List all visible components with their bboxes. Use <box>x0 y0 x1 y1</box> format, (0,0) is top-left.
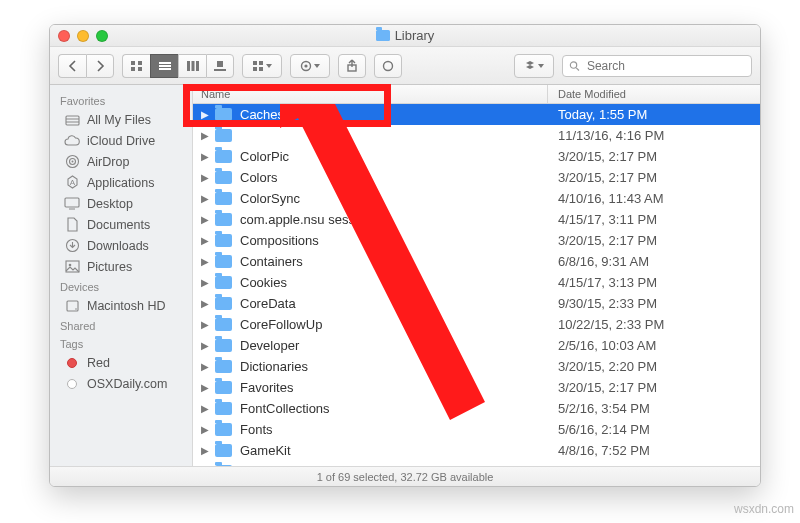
table-row[interactable]: ▶11/13/16, 4:16 PM <box>193 125 760 146</box>
sidebar-item[interactable]: All My Files <box>50 109 192 130</box>
sidebar-item[interactable]: Red <box>50 352 192 373</box>
search-icon <box>569 60 580 72</box>
sidebar-item[interactable]: Downloads <box>50 235 192 256</box>
tags-button[interactable] <box>374 54 402 78</box>
disclosure-triangle-icon[interactable]: ▶ <box>201 341 209 351</box>
search-input[interactable] <box>585 58 745 74</box>
sidebar-item[interactable]: AApplications <box>50 172 192 193</box>
svg-point-17 <box>304 64 307 67</box>
sidebar-item[interactable]: OSXDaily.com <box>50 373 192 394</box>
disclosure-triangle-icon[interactable]: ▶ <box>201 404 209 414</box>
table-row[interactable]: ▶FontCollections5/2/16, 3:54 PM <box>193 398 760 419</box>
search-field[interactable] <box>562 55 752 77</box>
table-row[interactable]: ▶Colors3/20/15, 2:17 PM <box>193 167 760 188</box>
disclosure-triangle-icon[interactable]: ▶ <box>201 110 209 120</box>
dropbox-button[interactable] <box>514 54 554 78</box>
svg-rect-12 <box>253 61 257 65</box>
folder-icon <box>215 234 232 247</box>
tag-empty-icon <box>64 379 80 389</box>
folder-icon <box>215 213 232 226</box>
file-list[interactable]: ▶CachesToday, 1:55 PM▶11/13/16, 4:16 PM▶… <box>193 104 760 466</box>
svg-rect-13 <box>253 67 257 71</box>
column-date[interactable]: Date Modified <box>548 85 760 103</box>
sidebar-item[interactable]: Desktop <box>50 193 192 214</box>
cell-name: ▶GameKit <box>193 443 548 458</box>
disclosure-triangle-icon[interactable]: ▶ <box>201 299 209 309</box>
item-name: CoreFollowUp <box>240 317 322 332</box>
disclosure-triangle-icon[interactable]: ▶ <box>201 425 209 435</box>
disclosure-triangle-icon[interactable]: ▶ <box>201 131 209 141</box>
disclosure-triangle-icon[interactable]: ▶ <box>201 173 209 183</box>
cell-name: ▶Caches <box>193 107 548 122</box>
sidebar-item[interactable]: Macintosh HD <box>50 295 192 316</box>
svg-rect-29 <box>65 198 79 207</box>
item-name: Fonts <box>240 422 273 437</box>
table-row[interactable]: ▶ColorPic3/20/15, 2:17 PM <box>193 146 760 167</box>
disclosure-triangle-icon[interactable]: ▶ <box>201 383 209 393</box>
svg-point-33 <box>68 264 71 267</box>
cell-date: 11/13/16, 4:16 PM <box>548 128 760 143</box>
sidebar-item-label: Desktop <box>87 197 133 211</box>
cell-date: 10/22/15, 2:33 PM <box>548 317 760 332</box>
cell-name: ▶CoreFollowUp <box>193 317 548 332</box>
action-button[interactable] <box>290 54 330 78</box>
table-row[interactable]: ▶Favorites3/20/15, 2:17 PM <box>193 377 760 398</box>
table-row[interactable]: ▶Containers6/8/16, 9:31 AM <box>193 251 760 272</box>
sidebar-item[interactable]: iCloud Drive <box>50 130 192 151</box>
view-icons-button[interactable] <box>122 54 150 78</box>
disclosure-triangle-icon[interactable]: ▶ <box>201 278 209 288</box>
sidebar-item-label: Downloads <box>87 239 149 253</box>
svg-point-19 <box>384 61 393 70</box>
svg-rect-11 <box>214 69 226 71</box>
desktop-icon <box>64 197 80 210</box>
apps-icon: A <box>64 175 80 190</box>
sidebar-item[interactable]: Documents <box>50 214 192 235</box>
view-list-button[interactable] <box>150 54 178 78</box>
table-row[interactable]: ▶Developer2/5/16, 10:03 AM <box>193 335 760 356</box>
table-row[interactable]: ▶Cookies4/15/17, 3:13 PM <box>193 272 760 293</box>
disclosure-triangle-icon[interactable]: ▶ <box>201 236 209 246</box>
view-columns-button[interactable] <box>178 54 206 78</box>
table-row[interactable]: ▶CoreFollowUp10/22/15, 2:33 PM <box>193 314 760 335</box>
folder-icon <box>215 171 232 184</box>
sidebar-item[interactable]: AirDrop <box>50 151 192 172</box>
sidebar-group-title: Devices <box>50 277 192 295</box>
table-row[interactable]: ▶ColorSync4/10/16, 11:43 AM <box>193 188 760 209</box>
cell-name: ▶Developer <box>193 338 548 353</box>
disclosure-triangle-icon[interactable]: ▶ <box>201 446 209 456</box>
cell-date: 2/5/16, 10:03 AM <box>548 338 760 353</box>
table-row[interactable]: ▶Fonts5/6/16, 2:14 PM <box>193 419 760 440</box>
disclosure-triangle-icon[interactable]: ▶ <box>201 152 209 162</box>
table-row[interactable]: ▶CachesToday, 1:55 PM <box>193 104 760 125</box>
window-title-text: Library <box>395 28 435 43</box>
table-row[interactable]: ▶GameKit4/8/16, 7:52 PM <box>193 440 760 461</box>
sidebar-item-label: iCloud Drive <box>87 134 155 148</box>
disclosure-triangle-icon[interactable]: ▶ <box>201 215 209 225</box>
back-button[interactable] <box>58 54 86 78</box>
svg-rect-14 <box>259 61 263 65</box>
column-name[interactable]: Name <box>193 85 548 103</box>
forward-button[interactable] <box>86 54 114 78</box>
sidebar-item[interactable]: Pictures <box>50 256 192 277</box>
table-row[interactable]: ▶com.apple.nsu sessiond4/15/17, 3:11 PM <box>193 209 760 230</box>
sidebar-item-label: Pictures <box>87 260 132 274</box>
disclosure-triangle-icon[interactable]: ▶ <box>201 194 209 204</box>
disclosure-triangle-icon[interactable]: ▶ <box>201 320 209 330</box>
svg-rect-8 <box>191 61 194 71</box>
cell-date: 3/20/15, 2:17 PM <box>548 233 760 248</box>
cell-date: Today, 1:55 PM <box>548 107 760 122</box>
table-row[interactable]: ▶CoreData9/30/15, 2:33 PM <box>193 293 760 314</box>
table-row[interactable]: ▶Dictionaries3/20/15, 2:20 PM <box>193 356 760 377</box>
table-row[interactable]: ▶Compositions3/20/15, 2:17 PM <box>193 230 760 251</box>
item-name: ColorPic <box>240 149 289 164</box>
share-button[interactable] <box>338 54 366 78</box>
window-body: FavoritesAll My FilesiCloud DriveAirDrop… <box>50 85 760 466</box>
tag-red-icon <box>64 358 80 368</box>
disclosure-triangle-icon[interactable]: ▶ <box>201 362 209 372</box>
titlebar: Library <box>50 25 760 47</box>
arrange-button[interactable] <box>242 54 282 78</box>
main-panel: Name Date Modified ▶CachesToday, 1:55 PM… <box>193 85 760 466</box>
disclosure-triangle-icon[interactable]: ▶ <box>201 257 209 267</box>
item-name: Caches <box>240 107 284 122</box>
view-coverflow-button[interactable] <box>206 54 234 78</box>
